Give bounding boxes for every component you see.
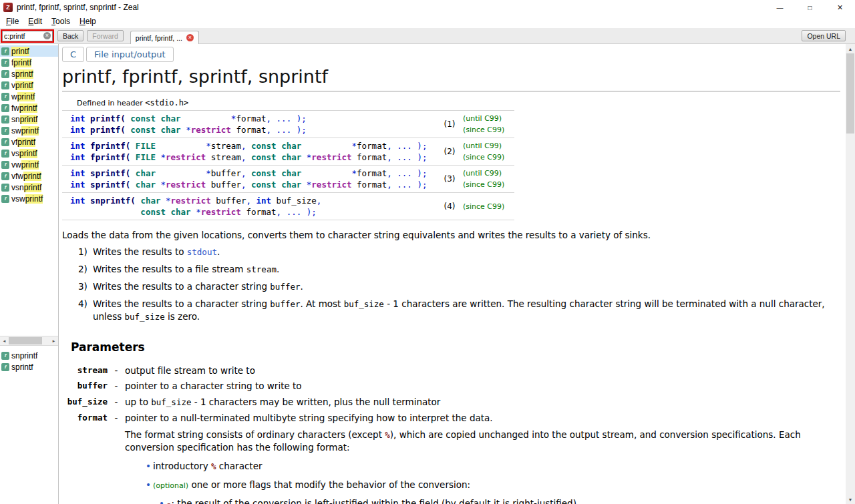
menu-edit[interactable]: Edit [23, 17, 47, 26]
toc-item[interactable]: fsnprintf [0, 350, 58, 361]
text-run [301, 141, 351, 151]
function-icon: f [1, 195, 9, 203]
search-result-item[interactable]: fvswprintf [0, 193, 58, 204]
text-run: stream [211, 141, 241, 151]
scrollbar-thumb[interactable] [9, 337, 42, 344]
toc-item[interactable]: fsprintf [0, 361, 58, 372]
text-run [301, 180, 307, 190]
tab-label: printf, fprintf, ... [136, 34, 182, 42]
window-title: printf, fprintf, sprintf, snprintf - Zea… [17, 3, 139, 12]
text-run [156, 168, 206, 178]
scroll-down-icon[interactable]: ▼ [846, 495, 855, 504]
breadcrumb-language[interactable]: C [62, 47, 84, 62]
search-result-item[interactable]: fvprintf [0, 79, 58, 91]
tab-close-icon[interactable]: × [186, 34, 194, 41]
search-result-item[interactable]: fprintf [0, 45, 58, 57]
declaration-group: int snprintf( char *restrict buffer, int… [62, 192, 514, 220]
parameter-description: up to buf_size - 1 characters may be wri… [125, 396, 840, 409]
text-run: buf_size [271, 196, 317, 206]
text-run: : the result of the conversion is left-j… [172, 498, 576, 504]
text-run: , ... ); [387, 152, 427, 162]
result-match-highlight: printf [17, 138, 35, 147]
text-run: , ... ); [277, 207, 317, 217]
text-run: restrict [171, 196, 211, 206]
text-run: int [70, 168, 86, 178]
result-match-highlight: printf [17, 92, 35, 101]
tab-printf-fprintf[interactable]: printf, fprintf, ... × [130, 31, 199, 44]
content-vertical-scrollbar[interactable]: ▲ ▼ [846, 44, 855, 504]
text-run [181, 113, 231, 123]
scrollbar-track[interactable] [846, 53, 855, 495]
text-run: format [352, 152, 387, 162]
sidebar-horizontal-scrollbar[interactable]: ◄ ► [0, 336, 58, 346]
search-result-item[interactable]: fvsprintf [0, 148, 58, 159]
text-run: printf( [90, 125, 126, 135]
scrollbar-track[interactable] [9, 336, 49, 345]
text-run: character [216, 461, 263, 471]
search-result-item[interactable]: fswprintf [0, 125, 58, 136]
menu-help[interactable]: Help [75, 17, 101, 26]
text-run: . [217, 246, 220, 257]
search-result-item[interactable]: ffprintf [0, 57, 58, 68]
result-label: vsprintf [11, 149, 37, 158]
item-number: 2) [78, 263, 93, 276]
search-result-item[interactable]: fvwprintf [0, 159, 58, 170]
parameter-separator: - [108, 380, 125, 393]
text-run: buffer [270, 282, 300, 292]
text-run [86, 196, 91, 206]
back-button[interactable]: Back [57, 30, 83, 41]
version-note: (since C99) [463, 201, 514, 212]
result-label: snprintf [11, 115, 37, 124]
function-icon: f [1, 93, 9, 101]
function-icon: f [1, 70, 9, 78]
text-run: The format string consists of ordinary c… [125, 429, 385, 440]
inline-link[interactable]: stdout [187, 247, 217, 257]
search-result-item[interactable]: fvsnprintf [0, 182, 58, 193]
parameter-separator: - [108, 412, 125, 425]
search-result-item[interactable]: ffwprintf [0, 102, 58, 113]
toc-label: sprintf [11, 362, 33, 372]
text-run: stream [206, 152, 241, 162]
minimize-button[interactable]: — [765, 0, 795, 15]
search-input[interactable]: c:printf × [2, 31, 53, 41]
menu-file[interactable]: File [1, 17, 23, 26]
function-icon: f [1, 363, 9, 371]
text-run: * [166, 196, 171, 206]
scroll-left-icon[interactable]: ◄ [0, 336, 9, 345]
text-run: one or more flags that modify the behavi… [188, 479, 470, 490]
search-result-item[interactable]: fvfwprintf [0, 170, 58, 182]
text-run: * [161, 152, 166, 162]
result-prefix: vs [11, 149, 19, 158]
scroll-right-icon[interactable]: ► [49, 336, 58, 345]
scrollbar-thumb[interactable] [846, 53, 854, 134]
scroll-up-icon[interactable]: ▲ [846, 44, 855, 53]
open-url-button[interactable]: Open URL [802, 30, 846, 41]
description-item: 2)Writes the results to a file stream st… [78, 263, 840, 276]
result-match-highlight: printf [25, 194, 43, 204]
text-run: buffer [211, 168, 241, 178]
text-run [130, 180, 136, 190]
parameter-name: buf_size [62, 396, 108, 409]
result-label: swprintf [11, 126, 39, 136]
format-bullet: -: the result of the conversion is left-… [166, 497, 840, 504]
clear-search-icon[interactable]: × [43, 32, 51, 39]
text-run [86, 168, 91, 178]
text-run: char [136, 180, 156, 190]
search-result-item[interactable]: fwprintf [0, 91, 58, 102]
close-button[interactable]: × [825, 0, 855, 15]
breadcrumb-section[interactable]: File input/output [86, 47, 174, 62]
search-result-item[interactable]: fsnprintf [0, 113, 58, 125]
menu-tools[interactable]: Tools [47, 17, 75, 26]
text-run [156, 141, 206, 151]
text-run: Writes the results to [93, 246, 187, 257]
text-run: format [352, 180, 387, 190]
parameter-description: pointer to a null-terminated multibyte s… [125, 412, 840, 425]
item-text: Writes the results to a character string… [93, 298, 840, 323]
search-result-item[interactable]: fvfprintf [0, 136, 58, 148]
search-result-item[interactable]: fsprintf [0, 68, 58, 79]
parameter-row: format-pointer to a null-terminated mult… [62, 412, 840, 425]
text-run [86, 113, 91, 123]
maximize-button[interactable]: □ [795, 0, 825, 15]
text-run: sprintf( [90, 168, 130, 178]
result-prefix: fw [11, 103, 19, 113]
